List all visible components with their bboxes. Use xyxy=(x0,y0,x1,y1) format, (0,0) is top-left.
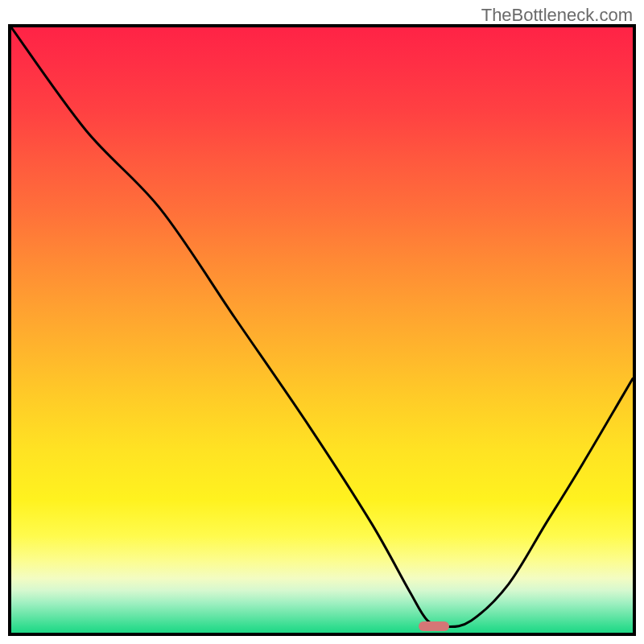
bottleneck-curve xyxy=(11,27,633,627)
chart-svg xyxy=(11,27,633,633)
watermark-label: TheBottleneck.com xyxy=(481,5,633,26)
chart-frame xyxy=(8,24,636,636)
optimum-marker xyxy=(419,621,450,631)
